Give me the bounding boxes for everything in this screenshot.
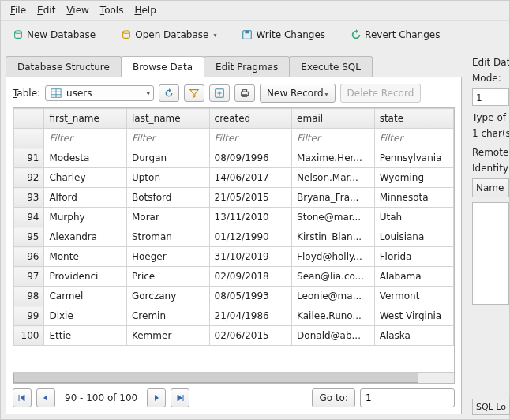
cell-created[interactable]: 08/05/1993	[209, 287, 292, 306]
cell-state[interactable]: Utah	[374, 208, 453, 227]
cell-email[interactable]: Stone@mar...	[292, 208, 375, 227]
prev-page-button[interactable]	[36, 388, 55, 407]
sql-log-tab[interactable]: SQL Lo	[472, 399, 510, 415]
cell-last_name[interactable]: Morar	[126, 208, 209, 227]
table-row[interactable]: 94MurphyMorar13/11/2010Stone@mar...Utah	[14, 208, 454, 227]
save-table-button[interactable]	[209, 84, 230, 102]
cell-last_name[interactable]: Stroman	[126, 227, 209, 247]
cell-created[interactable]: 08/09/1996	[209, 148, 292, 168]
cell-created[interactable]: 21/05/2015	[209, 188, 292, 208]
clear-filters-button[interactable]	[184, 84, 204, 102]
cell-last_name[interactable]: Durgan	[126, 148, 209, 168]
refresh-button[interactable]	[159, 84, 179, 102]
menu-help[interactable]: Help	[129, 2, 160, 18]
cell-state[interactable]: West Virginia	[374, 306, 453, 326]
cell-first_name[interactable]: Modesta	[44, 148, 127, 168]
cell-email[interactable]: Leonie@ma...	[292, 287, 375, 306]
cell-first_name[interactable]: Murphy	[44, 208, 127, 227]
tab-database-structure[interactable]: Database Structure	[6, 56, 122, 77]
filter-first_name[interactable]	[44, 129, 126, 148]
table-row[interactable]: 92CharleyUpton14/06/2017Nelson.Mar...Wyo…	[14, 168, 454, 188]
cell-first_name[interactable]: Carmel	[44, 287, 127, 306]
horizontal-scrollbar[interactable]	[13, 372, 454, 383]
new-database-button[interactable]: New Database	[7, 25, 101, 44]
filter-email[interactable]	[292, 129, 374, 148]
col-last_name[interactable]: last_name	[126, 109, 209, 129]
menu-file[interactable]: File	[6, 2, 31, 18]
cell-state[interactable]: Florida	[374, 247, 453, 267]
table-row[interactable]: 99DixieCremin21/04/1986Kailee.Runo...Wes…	[14, 306, 454, 326]
cell-created[interactable]: 02/09/2018	[209, 267, 292, 287]
open-database-button[interactable]: Open Database ▾	[115, 25, 222, 44]
cell-created[interactable]: 01/12/1990	[209, 227, 292, 247]
cell-state[interactable]: Alabama	[374, 267, 453, 287]
new-record-button[interactable]: New Record▾	[260, 84, 335, 103]
cell-last_name[interactable]: Cremin	[126, 306, 209, 326]
cell-state[interactable]: Vermont	[374, 287, 453, 306]
cell-last_name[interactable]: Gorczany	[126, 287, 209, 306]
cell-first_name[interactable]: Alexandra	[44, 227, 127, 247]
name-list[interactable]	[472, 202, 509, 305]
cell-first_name[interactable]: Ettie	[44, 326, 127, 346]
cell-state[interactable]: Alaska	[374, 326, 453, 346]
cell-state[interactable]: Wyoming	[374, 168, 453, 188]
first-page-button[interactable]	[13, 388, 32, 407]
table-row[interactable]: 98CarmelGorczany08/05/1993Leonie@ma...Ve…	[14, 287, 454, 306]
cell-last_name[interactable]: Kemmer	[126, 326, 209, 346]
cell-first_name[interactable]: Dixie	[44, 306, 127, 326]
col-created[interactable]: created	[209, 109, 292, 129]
cell-email[interactable]: Kailee.Runo...	[292, 306, 375, 326]
cell-state[interactable]: Louisiana	[374, 227, 453, 247]
cell-email[interactable]: Kirstin_Blan...	[292, 227, 375, 247]
cell-first_name[interactable]: Providenci	[44, 267, 127, 287]
cell-email[interactable]: Sean@lia.co...	[292, 267, 375, 287]
cell-created[interactable]: 13/11/2010	[209, 208, 292, 227]
goto-input[interactable]	[360, 388, 455, 407]
cell-created[interactable]: 02/06/2015	[209, 326, 292, 346]
cell-last_name[interactable]: Hoeger	[126, 247, 209, 267]
tab-edit-pragmas[interactable]: Edit Pragmas	[204, 56, 290, 77]
cell-last_name[interactable]: Price	[126, 267, 209, 287]
tab-browse-data[interactable]: Browse Data	[121, 56, 204, 77]
cell-first_name[interactable]: Charley	[44, 168, 127, 188]
cell-created[interactable]: 31/10/2019	[209, 247, 292, 267]
next-page-button[interactable]	[147, 388, 166, 407]
cell-last_name[interactable]: Upton	[126, 168, 209, 188]
cell-last_name[interactable]: Botsford	[126, 188, 209, 208]
filter-state[interactable]	[375, 129, 453, 148]
tab-execute-sql[interactable]: Execute SQL	[289, 56, 373, 77]
chevron-down-icon[interactable]: ▾	[213, 32, 216, 39]
cell-email[interactable]: Floyd@holly...	[292, 247, 375, 267]
cell-email[interactable]: Maxime.Her...	[292, 148, 375, 168]
menu-edit[interactable]: Edit	[32, 2, 60, 18]
menu-tools[interactable]: Tools	[96, 2, 129, 18]
cell-email[interactable]: Donald@ab...	[292, 326, 375, 346]
table-row[interactable]: 100EttieKemmer02/06/2015Donald@ab...Alas…	[14, 326, 454, 346]
cell-email[interactable]: Nelson.Mar...	[292, 168, 375, 188]
filter-created[interactable]	[210, 129, 292, 148]
cell-first_name[interactable]: Monte	[44, 247, 127, 267]
cell-state[interactable]: Minnesota	[374, 188, 453, 208]
table-row[interactable]: 96MonteHoeger31/10/2019Floyd@holly...Flo…	[14, 247, 454, 267]
col-first_name[interactable]: first_name	[44, 109, 127, 129]
cell-email[interactable]: Bryana_Fra...	[292, 188, 375, 208]
cell-state[interactable]: Pennsylvania	[374, 148, 453, 168]
col-email[interactable]: email	[292, 109, 375, 129]
last-page-button[interactable]	[171, 388, 189, 407]
table-select[interactable]: users ▾	[45, 85, 154, 101]
cell-created[interactable]: 21/04/1986	[209, 306, 292, 326]
mode-value[interactable]: 1	[472, 88, 509, 106]
table-row[interactable]: 95AlexandraStroman01/12/1990Kirstin_Blan…	[14, 227, 454, 247]
table-row[interactable]: 93AlfordBotsford21/05/2015Bryana_Fra...M…	[14, 188, 454, 208]
print-button[interactable]	[234, 84, 255, 102]
write-changes-button[interactable]: Write Changes	[236, 25, 331, 44]
filter-last_name[interactable]	[127, 129, 209, 148]
cell-created[interactable]: 14/06/2017	[209, 168, 292, 188]
cell-first_name[interactable]: Alford	[44, 188, 127, 208]
table-row[interactable]: 91ModestaDurgan08/09/1996Maxime.Her...Pe…	[14, 148, 454, 168]
goto-button[interactable]: Go to:	[312, 388, 355, 407]
revert-changes-button[interactable]: Revert Changes	[345, 25, 445, 44]
menu-view[interactable]: View	[62, 2, 93, 18]
col-state[interactable]: state	[374, 109, 453, 129]
table-row[interactable]: 97ProvidenciPrice02/09/2018Sean@lia.co..…	[14, 267, 454, 287]
